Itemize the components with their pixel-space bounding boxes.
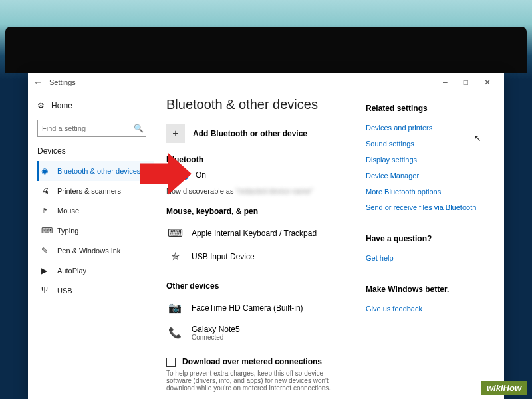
sidebar-item-label: Typing [57,227,78,235]
device-name: USB Input Device [192,252,255,261]
main-column: Bluetooth & other devices + Add Bluetoot… [166,97,347,394]
link-feedback[interactable]: Give us feedback [366,301,492,317]
question-head: Have a question? [366,234,492,243]
device-row[interactable]: 📷 FaceTime HD Camera (Built-in) [166,296,347,319]
discoverable-text: Now discoverable as "redacted device nam… [166,187,347,195]
link-sound-settings[interactable]: Sound settings [366,136,492,152]
autoplay-icon: ▶ [41,266,51,275]
camera-icon: 📷 [166,301,184,314]
device-name: FaceTime HD Camera (Built-in) [192,303,303,313]
mkp-section-head: Mouse, keyboard, & pen [166,207,347,216]
device-row[interactable]: 📞 Galaxy Note5 Connected [166,319,347,346]
device-name: Galaxy Note5 [192,325,240,334]
search-icon: 🔍 [134,124,144,133]
minimize-icon[interactable]: – [439,78,452,87]
link-display-settings[interactable]: Display settings [366,152,492,168]
titlebar: ← Settings – □ ✕ [28,73,504,92]
monitor-bezel [5,27,527,73]
redacted-name: "redacted device name" [236,187,313,195]
main-panel: Bluetooth & other devices + Add Bluetoot… [154,92,504,399]
keyboard-icon: ⌨ [41,226,51,235]
phone-icon: 📞 [166,327,184,339]
sidebar-item-typing[interactable]: ⌨ Typing [37,221,154,241]
sidebar-item-label: USB [57,287,72,295]
related-settings-head: Related settings [366,104,492,113]
home-label: Home [51,101,72,110]
sidebar-item-label: Pen & Windows Ink [57,247,120,255]
sidebar-item-printers[interactable]: 🖨 Printers & scanners [37,181,154,201]
sidebar-item-pen[interactable]: ✎ Pen & Windows Ink [37,241,154,261]
link-more-bluetooth[interactable]: More Bluetooth options [366,184,492,200]
sidebar: ⚙ Home 🔍 Devices ◉ Bluetooth & other dev… [28,92,154,399]
maximize-icon[interactable]: □ [460,78,472,87]
mouse-icon: 🖱 [41,206,51,215]
cursor-icon: ↖ [474,133,481,143]
keyboard-icon: ⌨ [166,227,184,239]
back-arrow-icon[interactable]: ← [33,77,45,88]
other-section-head: Other devices [166,281,347,291]
discoverable-prefix: Now discoverable as [166,187,236,195]
link-device-manager[interactable]: Device Manager [366,168,492,184]
add-device-label: Add Bluetooth or other device [193,129,307,138]
window-title: Settings [49,78,76,86]
usb-icon: Ψ [41,286,51,295]
search-input[interactable] [42,124,134,132]
sidebar-item-label: AutoPlay [57,267,86,275]
bluetooth-state: On [196,170,206,180]
sidebar-item-label: Printers & scanners [57,187,121,195]
add-device-button[interactable]: + Add Bluetooth or other device [166,124,347,143]
right-column: Related settings Devices and printers So… [366,97,492,394]
search-box[interactable]: 🔍 [37,120,146,137]
metered-label: Download over metered connections [182,357,322,366]
page-heading: Bluetooth & other devices [166,97,347,112]
content-area: ⚙ Home 🔍 Devices ◉ Bluetooth & other dev… [28,92,504,399]
sidebar-item-bluetooth[interactable]: ◉ Bluetooth & other devices [37,161,154,181]
metered-checkbox[interactable] [166,358,176,367]
plus-icon: + [166,124,185,143]
sidebar-item-autoplay[interactable]: ▶ AutoPlay [37,261,154,281]
bluetooth-toggle-row: On [166,170,347,180]
sidebar-group-label: Devices [37,146,154,156]
device-row[interactable]: ⌨ Apple Internal Keyboard / Trackpad [166,221,347,245]
bluetooth-section-head: Bluetooth [166,155,347,164]
pen-icon: ✎ [41,246,51,255]
bluetooth-small-icon: ✯ [166,250,184,263]
device-name: Apple Internal Keyboard / Trackpad [192,229,317,238]
metered-row: Download over metered connections [166,357,347,367]
close-icon[interactable]: ✕ [480,78,495,87]
window-controls: – □ ✕ [439,78,499,87]
watermark: wikiHow [481,381,527,395]
sidebar-item-label: Bluetooth & other devices [57,167,140,175]
link-devices-printers[interactable]: Devices and printers [366,120,492,136]
device-status: Connected [192,334,240,341]
bluetooth-toggle[interactable] [166,170,189,180]
better-head: Make Windows better. [366,285,492,294]
sidebar-item-mouse[interactable]: 🖱 Mouse [37,201,154,221]
sidebar-item-label: Mouse [57,207,79,215]
sidebar-item-usb[interactable]: Ψ USB [37,281,154,301]
link-get-help[interactable]: Get help [366,250,492,266]
printer-icon: 🖨 [41,186,51,196]
bluetooth-icon: ◉ [41,166,51,176]
metered-description: To help prevent extra charges, keep this… [166,370,347,392]
home-button[interactable]: ⚙ Home [37,97,154,114]
device-row[interactable]: ✯ USB Input Device [166,245,347,268]
settings-window: ← Settings – □ ✕ ⚙ Home 🔍 Devices ◉ Blue… [28,73,504,399]
gear-icon: ⚙ [37,101,45,110]
link-send-receive-files[interactable]: Send or receive files via Bluetooth [366,200,492,215]
